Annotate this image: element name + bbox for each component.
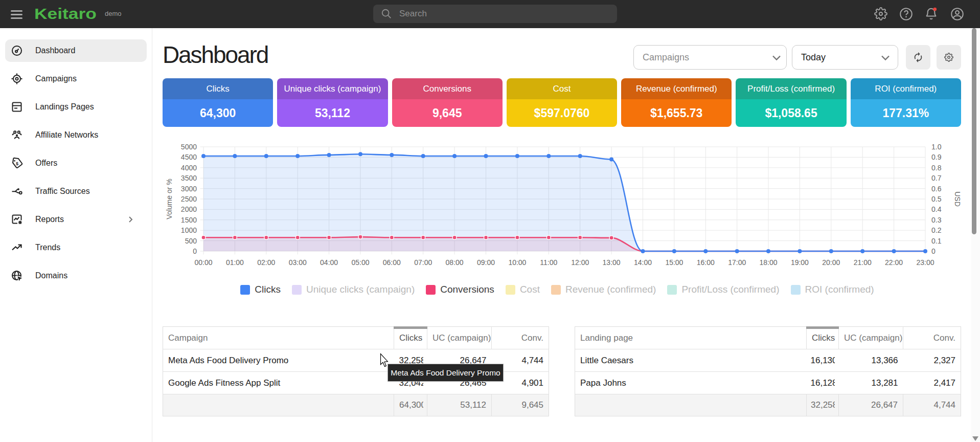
- svg-text:17:00: 17:00: [728, 258, 746, 267]
- svg-text:4000: 4000: [181, 164, 197, 172]
- svg-text:05:00: 05:00: [351, 258, 369, 267]
- svg-text:1.0: 1.0: [931, 143, 942, 151]
- svg-text:08:00: 08:00: [446, 258, 464, 267]
- svg-text:0.6: 0.6: [931, 185, 942, 193]
- svg-text:2500: 2500: [181, 195, 197, 203]
- svg-text:11:00: 11:00: [540, 258, 557, 267]
- svg-text:1000: 1000: [181, 226, 197, 234]
- svg-text:09:00: 09:00: [477, 258, 495, 267]
- svg-text:10:00: 10:00: [508, 258, 526, 267]
- svg-text:Volume or %: Volume or %: [165, 179, 173, 219]
- svg-text:3500: 3500: [181, 174, 197, 182]
- svg-text:0.3: 0.3: [931, 216, 942, 224]
- svg-text:0.7: 0.7: [931, 174, 942, 182]
- svg-text:0.8: 0.8: [931, 164, 942, 172]
- svg-text:0.1: 0.1: [931, 237, 942, 245]
- svg-text:0: 0: [193, 247, 197, 255]
- svg-text:06:00: 06:00: [383, 258, 401, 267]
- svg-text:16:00: 16:00: [697, 258, 715, 267]
- svg-text:1500: 1500: [181, 216, 197, 224]
- svg-text:0.5: 0.5: [931, 195, 942, 203]
- svg-text:500: 500: [185, 237, 197, 245]
- svg-text:$: $: [16, 161, 18, 166]
- svg-text:14:00: 14:00: [634, 258, 652, 267]
- svg-text:21:00: 21:00: [854, 258, 872, 267]
- svg-text:0.9: 0.9: [931, 153, 942, 161]
- svg-text:5000: 5000: [181, 143, 197, 151]
- svg-text:22:00: 22:00: [885, 258, 903, 267]
- svg-text:0: 0: [931, 247, 936, 255]
- svg-text:03:00: 03:00: [289, 258, 307, 267]
- svg-text:0.4: 0.4: [931, 205, 942, 213]
- svg-text:4500: 4500: [181, 153, 197, 161]
- svg-text:01:00: 01:00: [226, 258, 244, 267]
- svg-text:2000: 2000: [181, 205, 197, 213]
- svg-text:07:00: 07:00: [414, 258, 432, 267]
- svg-text:13:00: 13:00: [603, 258, 621, 267]
- svg-text:USD: USD: [953, 191, 962, 207]
- svg-text:3000: 3000: [181, 185, 197, 193]
- svg-text:18:00: 18:00: [759, 258, 777, 267]
- svg-text:02:00: 02:00: [257, 258, 275, 267]
- svg-text:23:00: 23:00: [916, 258, 934, 267]
- svg-text:12:00: 12:00: [571, 258, 589, 267]
- svg-text:15:00: 15:00: [665, 258, 683, 267]
- svg-text:20:00: 20:00: [822, 258, 840, 267]
- svg-text:00:00: 00:00: [194, 258, 212, 267]
- svg-text:0.2: 0.2: [931, 226, 942, 234]
- svg-text:19:00: 19:00: [791, 258, 809, 267]
- svg-text:04:00: 04:00: [320, 258, 338, 267]
